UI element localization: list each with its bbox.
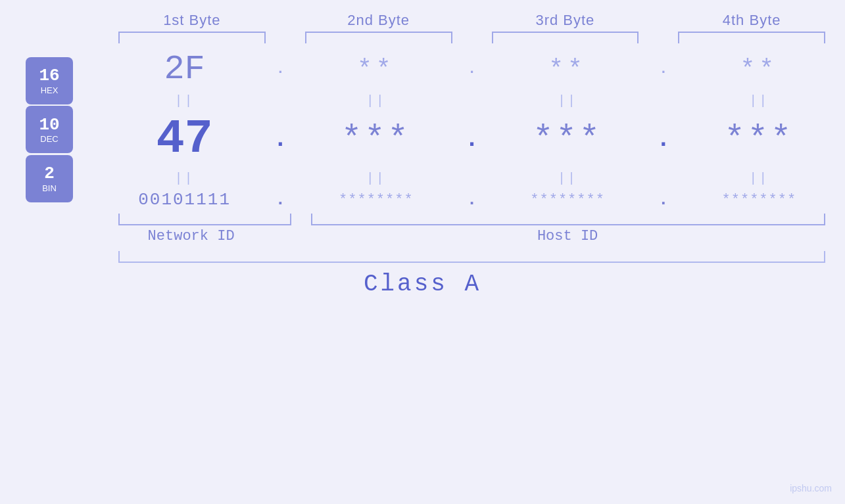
hex-dot-1: .: [270, 61, 290, 78]
bin-badge-label: BIN: [42, 183, 57, 193]
class-row: Class A: [0, 271, 845, 298]
network-bracket: [118, 214, 291, 225]
dec-dot-2: .: [462, 126, 482, 153]
dec-dot-3: .: [654, 126, 673, 153]
dec-byte2-cell: ***: [290, 120, 462, 159]
bin-byte4-cell: ********: [673, 192, 845, 208]
dec-byte1-cell: 47: [99, 112, 270, 166]
dec-dot-1: .: [270, 126, 290, 153]
hex-dot-3: .: [654, 61, 673, 78]
eq2-byte1: ||: [99, 171, 270, 186]
main-container: 1st Byte 2nd Byte 3rd Byte 4th Byte 16 H…: [0, 0, 845, 504]
eq1-byte4: ||: [673, 93, 845, 108]
hex-byte4: **: [740, 55, 779, 83]
host-id-label: Host ID: [290, 228, 845, 244]
content-area: 16 HEX 10 DEC 2 BIN 2F . **: [0, 50, 845, 210]
bin-badge-number: 2: [44, 164, 55, 183]
hex-byte2: **: [357, 55, 395, 83]
eq1-byte3: ||: [482, 93, 654, 108]
dec-badge-label: DEC: [40, 134, 58, 144]
hex-byte4-cell: **: [673, 55, 845, 83]
label-row: Network ID Host ID: [99, 228, 845, 244]
dec-byte4: ***: [725, 120, 794, 159]
class-label: Class A: [364, 271, 481, 298]
equals-row-2: || || || ||: [99, 166, 845, 190]
hex-row: 2F . ** . ** . **: [99, 50, 845, 89]
top-bracket-row: [0, 32, 845, 43]
bracket-1: [118, 32, 266, 43]
dec-badge: 10 DEC: [26, 106, 73, 153]
byte-headers: 1st Byte 2nd Byte 3rd Byte 4th Byte: [0, 12, 845, 29]
badges-column: 16 HEX 10 DEC 2 BIN: [0, 50, 99, 210]
dec-byte2: ***: [341, 120, 411, 159]
host-bracket: [311, 214, 825, 225]
dec-row: 47 . *** . *** . ***: [99, 112, 845, 166]
eq2-byte2: ||: [290, 171, 462, 186]
hex-dot-2: .: [462, 61, 482, 78]
bracket-3: [492, 32, 639, 43]
bin-byte2-cell: ********: [290, 192, 462, 208]
bin-byte1: 00101111: [138, 190, 231, 210]
values-grid: 2F . ** . ** . ** || ||: [99, 50, 845, 210]
bottom-section: Network ID Host ID: [0, 214, 845, 244]
eq1-byte1: ||: [99, 93, 270, 108]
bin-byte2: ********: [339, 192, 414, 208]
bin-row: 00101111 . ******** . ******** . *******…: [99, 190, 845, 210]
dec-byte4-cell: ***: [673, 120, 845, 159]
outer-bracket: [118, 251, 825, 263]
eq2-byte4: ||: [673, 171, 845, 186]
dec-byte1: 47: [156, 112, 212, 166]
bin-dot-3: .: [654, 190, 673, 210]
byte-header-4: 4th Byte: [658, 12, 845, 29]
bottom-bracket-row: [99, 214, 845, 225]
bin-badge: 2 BIN: [26, 155, 73, 202]
bracket-2: [305, 32, 452, 43]
hex-badge-number: 16: [39, 66, 59, 85]
byte-header-3: 3rd Byte: [472, 12, 659, 29]
hex-byte2-cell: **: [290, 55, 462, 83]
watermark: ipshu.com: [790, 483, 832, 493]
network-id-label: Network ID: [99, 228, 290, 244]
bin-dot-1: .: [270, 190, 290, 210]
dec-byte3-cell: ***: [482, 120, 654, 159]
hex-byte1-cell: 2F: [99, 50, 270, 89]
hex-badge-label: HEX: [41, 85, 59, 95]
byte-header-1: 1st Byte: [99, 12, 285, 29]
eq2-byte3: ||: [482, 171, 654, 186]
hex-byte3: **: [548, 55, 587, 83]
dec-badge-number: 10: [39, 116, 59, 135]
eq1-byte2: ||: [290, 93, 462, 108]
outer-bracket-row: [0, 251, 845, 263]
bin-byte3: ********: [530, 192, 605, 208]
bin-byte4: ********: [722, 192, 797, 208]
bin-dot-2: .: [462, 190, 482, 210]
bracket-4: [678, 32, 825, 43]
bin-byte3-cell: ********: [482, 192, 654, 208]
dec-byte3: ***: [533, 120, 602, 159]
byte-header-2: 2nd Byte: [285, 12, 472, 29]
hex-byte3-cell: **: [482, 55, 654, 83]
bin-byte1-cell: 00101111: [99, 190, 270, 210]
hex-badge: 16 HEX: [26, 57, 73, 104]
equals-row-1: || || || ||: [99, 89, 845, 112]
hex-byte1: 2F: [164, 50, 205, 89]
